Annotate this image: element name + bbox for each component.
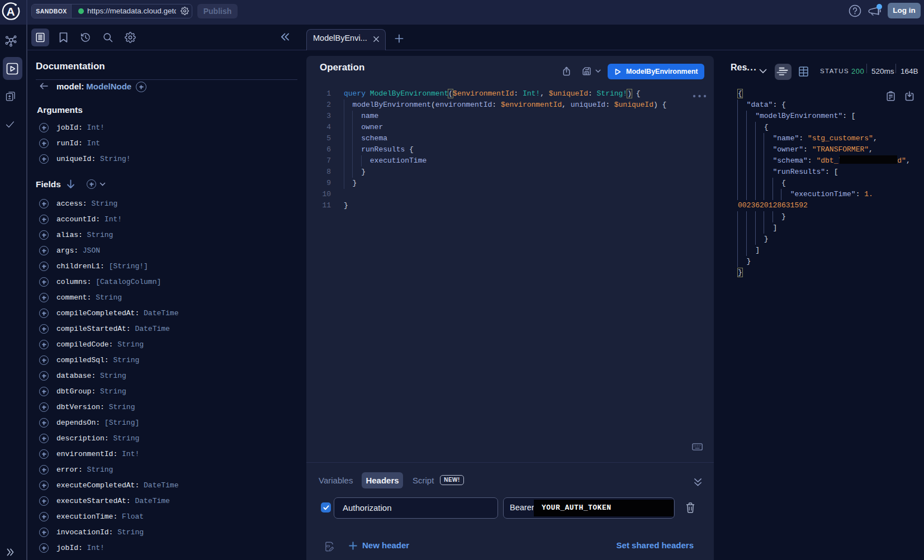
svg-text:A: A: [7, 5, 15, 18]
